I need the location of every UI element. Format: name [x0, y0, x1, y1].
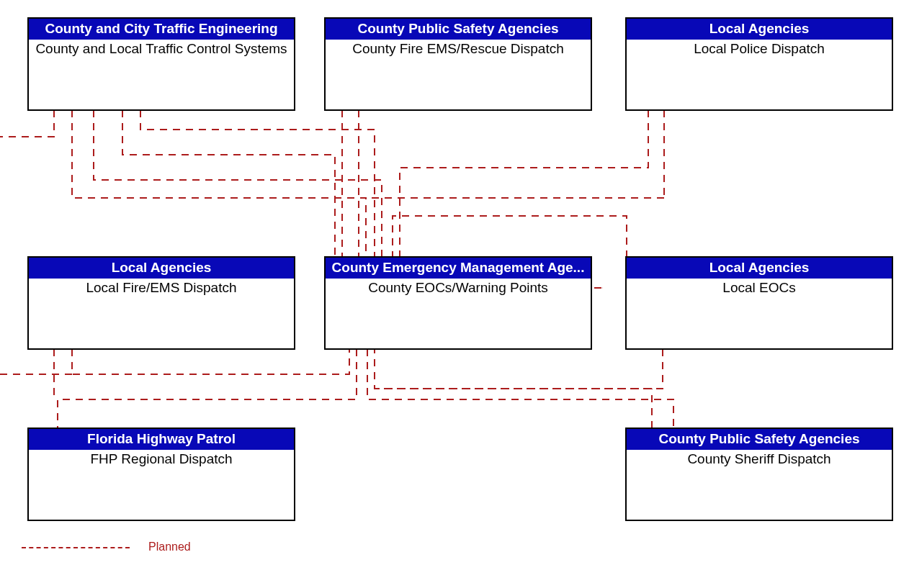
node-header: Local Agencies — [627, 258, 892, 279]
node-county-eocs-warning-points[interactable]: County Emergency Management Age... Count… — [324, 256, 592, 350]
node-body: Local EOCs — [627, 279, 892, 296]
node-local-fire-ems-dispatch[interactable]: Local Agencies Local Fire/EMS Dispatch — [27, 256, 295, 350]
node-local-police-dispatch[interactable]: Local Agencies Local Police Dispatch — [625, 17, 893, 111]
node-header: County Emergency Management Age... — [326, 258, 591, 279]
node-county-fire-ems-dispatch[interactable]: County Public Safety Agencies County Fir… — [324, 17, 592, 111]
node-header: County Public Safety Agencies — [326, 19, 591, 40]
node-body: County EOCs/Warning Points — [326, 279, 591, 296]
node-body: FHP Regional Dispatch — [29, 450, 294, 467]
node-body: County Fire EMS/Rescue Dispatch — [326, 40, 591, 57]
node-county-sheriff-dispatch[interactable]: County Public Safety Agencies County She… — [625, 428, 893, 521]
node-header: Local Agencies — [627, 19, 892, 40]
node-local-eocs[interactable]: Local Agencies Local EOCs — [625, 256, 893, 350]
legend-line-planned — [22, 547, 130, 548]
node-fhp-regional-dispatch[interactable]: Florida Highway Patrol FHP Regional Disp… — [27, 428, 295, 521]
node-header: Florida Highway Patrol — [29, 429, 294, 450]
node-traffic-control-systems[interactable]: County and City Traffic Engineering Coun… — [27, 17, 295, 111]
legend-label-planned: Planned — [148, 540, 191, 553]
node-header: County Public Safety Agencies — [627, 429, 892, 450]
node-body: Local Fire/EMS Dispatch — [29, 279, 294, 296]
node-body: County Sheriff Dispatch — [627, 450, 892, 467]
node-header: County and City Traffic Engineering — [29, 19, 294, 40]
node-header: Local Agencies — [29, 258, 294, 279]
node-body: County and Local Traffic Control Systems — [29, 40, 294, 57]
node-body: Local Police Dispatch — [627, 40, 892, 57]
